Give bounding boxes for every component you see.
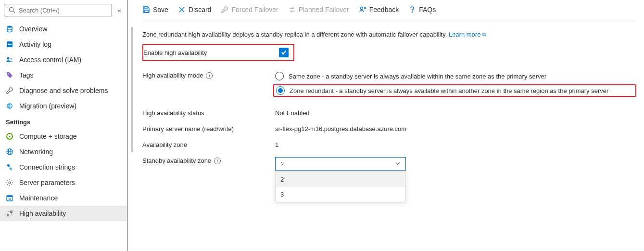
database-icon <box>6 25 13 33</box>
svg-point-16 <box>9 182 11 184</box>
primary-server-value: sr-flex-pg12-m16.postgres.database.azure… <box>275 125 406 132</box>
nav-label: Maintenance <box>19 194 58 202</box>
dropdown-option-2[interactable]: 2 <box>276 172 405 187</box>
toolbar-label: Feedback <box>369 6 399 13</box>
nav-label: High availability <box>19 210 66 217</box>
svg-point-26 <box>360 7 363 9</box>
discard-button[interactable]: Discard <box>178 6 211 13</box>
availability-zone-value: 1 <box>275 141 278 148</box>
nav-label: Tags <box>19 71 34 79</box>
primary-server-label: Primary server name (read/write) <box>142 125 275 132</box>
settings-group-label: Settings <box>0 114 127 129</box>
dropdown-option-3[interactable]: 3 <box>276 187 405 202</box>
ha-status-label: High availability status <box>142 109 275 117</box>
sidebar-item-overview[interactable]: Overview <box>0 21 127 37</box>
tag-icon <box>6 71 13 79</box>
save-icon <box>142 6 150 13</box>
sidebar-collapse-button[interactable]: « <box>115 7 124 14</box>
gear-icon <box>6 179 13 186</box>
svg-rect-4 <box>8 43 12 43</box>
feedback-icon <box>359 6 366 13</box>
discard-icon <box>178 6 186 13</box>
nav-label: Activity log <box>19 40 51 48</box>
svg-line-1 <box>13 11 15 13</box>
learn-more-link[interactable]: Learn more ⧉ <box>449 31 486 38</box>
svg-point-2 <box>7 26 12 28</box>
nav-label: Overview <box>19 25 47 33</box>
svg-rect-21 <box>10 211 13 213</box>
radio-label: Same zone - a standby server is always a… <box>289 73 546 80</box>
select-value: 2 <box>280 160 284 168</box>
toolbar-label: Save <box>153 6 168 13</box>
help-icon <box>408 6 416 13</box>
sidebar-item-activity-log[interactable]: Activity log <box>0 37 127 52</box>
activity-log-icon <box>6 40 13 48</box>
toolbar-label: FAQs <box>419 6 436 13</box>
feedback-button[interactable]: Feedback <box>359 6 399 13</box>
ha-mode-same-zone[interactable]: Same zone - a standby server is always a… <box>275 72 634 80</box>
planned-failover-button: Planned Failover <box>288 6 349 13</box>
sidebar-item-connection-strings[interactable]: Connection strings <box>0 159 127 175</box>
sidebar-search[interactable] <box>4 4 112 16</box>
sidebar-item-compute-storage[interactable]: Compute + storage <box>0 129 127 144</box>
save-button[interactable]: Save <box>142 6 168 13</box>
radio-unselected-icon[interactable] <box>275 72 284 80</box>
nav-label: Migration (preview) <box>19 102 76 110</box>
nav-label: Compute + storage <box>19 132 76 140</box>
networking-icon <box>6 148 13 156</box>
sidebar-item-access-control[interactable]: Access control (IAM) <box>0 52 127 67</box>
storage-icon <box>6 132 13 140</box>
svg-rect-23 <box>144 10 148 13</box>
maintenance-icon <box>6 194 13 202</box>
standby-zone-dropdown: 2 3 <box>275 172 406 202</box>
availability-zone-label: Availability zone <box>142 141 275 148</box>
high-availability-icon <box>6 210 13 217</box>
nav-label: Networking <box>19 148 53 156</box>
toolbar-label: Discard <box>189 6 211 13</box>
nav-label: Diagnose and solve problems <box>19 87 108 94</box>
svg-point-9 <box>8 73 9 74</box>
forced-failover-button: Forced Failover <box>221 6 278 13</box>
svg-point-27 <box>412 12 413 13</box>
sidebar-item-maintenance[interactable]: Maintenance <box>0 190 127 206</box>
chevron-down-icon <box>395 160 401 168</box>
ha-status-value: Not Enabled <box>275 109 310 117</box>
info-icon[interactable]: i <box>214 158 221 164</box>
access-control-icon <box>6 56 13 64</box>
forced-failover-icon <box>221 6 228 13</box>
svg-rect-22 <box>145 7 147 9</box>
info-icon[interactable]: i <box>206 72 213 79</box>
standby-zone-select[interactable]: 2 <box>275 157 406 171</box>
main-content: Save Discard Forced Failover Planned Fai… <box>127 0 644 251</box>
planned-failover-icon <box>288 6 296 13</box>
sidebar-item-diagnose[interactable]: Diagnose and solve problems <box>0 83 127 98</box>
toolbar: Save Discard Forced Failover Planned Fai… <box>142 0 634 21</box>
sidebar-item-server-parameters[interactable]: Server parameters <box>0 175 127 190</box>
standby-zone-label: Standby availability zone i <box>142 157 275 164</box>
ha-mode-zone-redundant[interactable]: Zone redundant - a standby server is alw… <box>273 84 636 97</box>
enable-ha-checkbox[interactable] <box>279 48 289 57</box>
enable-ha-label: Enable high availability <box>143 49 207 56</box>
toolbar-label: Forced Failover <box>231 6 278 13</box>
nav-label: Access control (IAM) <box>19 56 81 64</box>
svg-point-8 <box>11 58 13 60</box>
sidebar: « Overview Activity log Access control (… <box>0 0 128 251</box>
nav-label: Server parameters <box>19 179 75 186</box>
sidebar-item-high-availability[interactable]: High availability <box>0 206 127 221</box>
radio-selected-icon[interactable] <box>276 86 285 95</box>
sidebar-item-tags[interactable]: Tags <box>0 67 127 83</box>
toolbar-label: Planned Failover <box>299 6 349 13</box>
enable-high-availability-row: Enable high availability <box>142 44 294 61</box>
svg-point-0 <box>9 7 13 12</box>
ha-mode-radio-group: Same zone - a standby server is always a… <box>275 72 634 96</box>
migration-icon <box>6 102 13 110</box>
ha-mode-label: High availability mode i <box>142 72 275 79</box>
search-icon <box>8 6 16 14</box>
external-link-icon: ⧉ <box>482 32 486 37</box>
sidebar-item-migration[interactable]: Migration (preview) <box>0 98 127 114</box>
faqs-button[interactable]: FAQs <box>408 6 436 13</box>
svg-rect-5 <box>8 44 12 45</box>
sidebar-item-networking[interactable]: Networking <box>0 144 127 159</box>
svg-point-12 <box>9 136 11 137</box>
search-input[interactable] <box>19 7 108 14</box>
